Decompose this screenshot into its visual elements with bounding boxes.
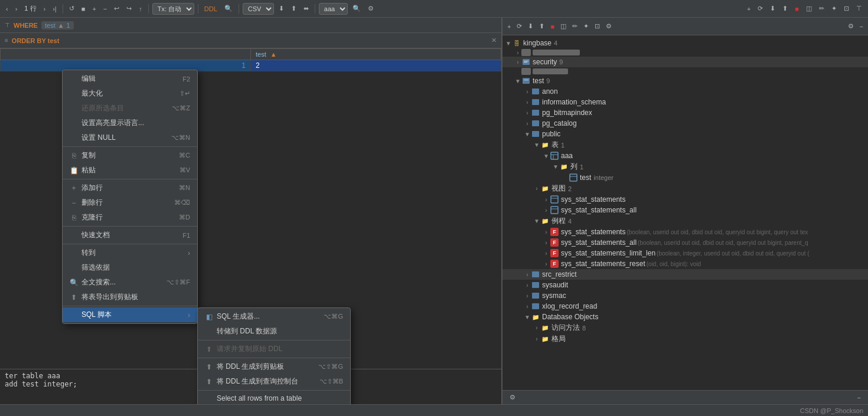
display-select[interactable]: aaa bbox=[319, 3, 348, 15]
refresh-btn[interactable]: ↺ bbox=[67, 4, 77, 14]
tree-node-view1[interactable]: › sys_stat_statements bbox=[502, 194, 868, 205]
tree-node-geju[interactable]: › 📁 格局 bbox=[502, 333, 868, 345]
tree-box-btn[interactable]: ⊡ bbox=[592, 21, 602, 31]
sub-gen-console[interactable]: ⬆ 将 DDL 生成到查询控制台 ⌥⇧⌘B bbox=[198, 374, 350, 389]
search-btn[interactable]: 🔍 bbox=[222, 4, 235, 14]
tree-bottom-settings[interactable]: ⚙ bbox=[507, 392, 518, 402]
tree-refresh-btn[interactable]: ⟳ bbox=[514, 21, 524, 31]
zoom-btn[interactable]: 🔍 bbox=[350, 4, 363, 14]
undo-btn[interactable]: ↩ bbox=[112, 4, 122, 14]
sub-gen-clipboard[interactable]: ⬆ 将 DDL 生成到剪贴板 ⌥⇧⌘G bbox=[198, 359, 350, 374]
add2-btn[interactable]: + bbox=[745, 4, 753, 14]
tree-up-btn[interactable]: ⬆ bbox=[537, 21, 547, 31]
tree-node-public[interactable]: ▼ public bbox=[502, 129, 868, 139]
where-chip[interactable]: test ▲ 1 bbox=[41, 21, 74, 30]
tree-container[interactable]: ▼ 🗄 kingbase 4 › › security 9 bbox=[502, 35, 868, 390]
tree-node-cols[interactable]: ▼ 📁 列 1 bbox=[502, 161, 868, 172]
tree-node-views[interactable]: › 📁 视图 2 bbox=[502, 183, 868, 194]
tree-node-aaa[interactable]: ▼ aaa bbox=[502, 150, 868, 161]
submit-btn[interactable]: ↑ bbox=[136, 4, 145, 14]
redo-btn[interactable]: ↪ bbox=[124, 4, 134, 14]
ddl-btn[interactable]: DDL bbox=[202, 4, 220, 14]
tree-node-kingbase[interactable]: ▼ 🗄 kingbase 4 bbox=[502, 38, 868, 48]
tree-link-btn[interactable]: ✦ bbox=[581, 21, 591, 31]
tree-node-pg-catalog[interactable]: › pg_catalog bbox=[502, 118, 868, 129]
menu-paste[interactable]: 📋 粘贴 ⌘V bbox=[63, 163, 197, 178]
tree-node-sysmac[interactable]: › sysmac bbox=[502, 290, 868, 301]
tree-node-blurred1[interactable]: › bbox=[502, 48, 868, 57]
col-width-btn[interactable]: ⬌ bbox=[301, 4, 311, 14]
menu-full-search[interactable]: 🔍 全文搜索... ⌥⇧⌘F bbox=[63, 275, 197, 290]
box-btn[interactable]: ⊡ bbox=[841, 4, 851, 14]
menu-filter-by[interactable]: 筛选依据 bbox=[63, 260, 197, 275]
menu-export-clipboard[interactable]: ⬆ 将表导出到剪贴板 bbox=[63, 290, 197, 304]
tree-settings2-btn[interactable]: ⚙ bbox=[846, 21, 856, 31]
add-row-btn[interactable]: + bbox=[90, 4, 98, 14]
tree-node-src-restrict[interactable]: › src_restrict bbox=[502, 269, 868, 280]
tree-collapse-btn[interactable]: − bbox=[857, 22, 866, 31]
tree-node-anon[interactable]: › anon bbox=[502, 86, 868, 97]
tree-add-btn[interactable]: + bbox=[505, 22, 513, 31]
tree-node-tables[interactable]: ▼ 📁 表 1 bbox=[502, 139, 868, 150]
tree-node-xlog[interactable]: › xlog_record_read bbox=[502, 301, 868, 312]
grid2-btn[interactable]: ◫ bbox=[804, 4, 814, 14]
menu-edit[interactable]: 编辑 F2 bbox=[63, 71, 197, 86]
tree-node-information-schema[interactable]: › information_schema bbox=[502, 97, 868, 107]
tree-node-proc4[interactable]: › F sys_stat_statements_reset (oid, oid,… bbox=[502, 258, 868, 269]
filter-btn[interactable]: ⊤ bbox=[854, 4, 864, 14]
order-close-btn[interactable]: ✕ bbox=[491, 37, 497, 44]
tree-node-proc3[interactable]: › F sys_stat_statements_limit_len (boole… bbox=[502, 248, 868, 258]
nav-back-btn[interactable]: ‹ bbox=[4, 4, 11, 14]
tree-node-test[interactable]: ▼ test 9 bbox=[502, 76, 868, 86]
tree-node-sysaudit[interactable]: › sysaudit bbox=[502, 280, 868, 290]
refresh2-btn[interactable]: ⟳ bbox=[755, 4, 765, 14]
tree-stop-btn[interactable]: ■ bbox=[548, 22, 557, 31]
menu-del-row[interactable]: − 删除行 ⌘⌫ bbox=[63, 195, 197, 210]
tx-select[interactable]: Tx: 自动 bbox=[152, 3, 194, 15]
tree-settings-btn[interactable]: ⚙ bbox=[603, 21, 614, 31]
down2-btn[interactable]: ⬇ bbox=[768, 4, 778, 14]
tree-node-view2[interactable]: › sys_stat_statements_all bbox=[502, 205, 868, 215]
tree-node-test-col[interactable]: test integer bbox=[502, 172, 868, 183]
link-btn[interactable]: ✦ bbox=[829, 4, 839, 14]
sub-sql-generator[interactable]: ◧ SQL 生成器... ⌥⌘G bbox=[198, 309, 350, 324]
up2-btn[interactable]: ⬆ bbox=[780, 4, 790, 14]
tree-node-pg-bitmapindex[interactable]: › pg_bitmapindex bbox=[502, 107, 868, 118]
nav-forward-btn[interactable]: › bbox=[13, 4, 20, 14]
tree-node-proc1[interactable]: › F sys_stat_statements (boolean, userid… bbox=[502, 227, 868, 237]
tree-node-procs[interactable]: ▼ 📁 例程 4 bbox=[502, 215, 868, 227]
remove-row-btn[interactable]: − bbox=[101, 4, 109, 14]
menu-add-row[interactable]: + 添加行 ⌘N bbox=[63, 181, 197, 195]
menu-goto[interactable]: 转到 › bbox=[63, 245, 197, 260]
tree-grid-btn[interactable]: ◫ bbox=[558, 21, 569, 31]
menu-set-null[interactable]: 设置 NULL ⌥⌘N bbox=[63, 130, 197, 145]
col-test-header[interactable]: test ▲ bbox=[251, 49, 501, 60]
tree-node-security[interactable]: › security 9 bbox=[502, 57, 868, 67]
menu-maximize[interactable]: 最大化 ⇧↵ bbox=[63, 86, 197, 101]
nav-next-btn[interactable]: › bbox=[41, 4, 48, 14]
stop2-btn[interactable]: ■ bbox=[792, 4, 801, 14]
csv-select[interactable]: CSV bbox=[243, 3, 274, 15]
tree-node-access-methods[interactable]: › 📁 访问方法 8 bbox=[502, 322, 868, 333]
tree-node-blurred2[interactable] bbox=[502, 67, 868, 76]
settings-btn[interactable]: ⚙ bbox=[366, 4, 376, 14]
menu-sql-script[interactable]: SQL 脚本 › ◧ SQL 生成器... ⌥⌘G 转储到 DDL 数据源 bbox=[63, 307, 197, 322]
cell-test-1[interactable]: 2 bbox=[251, 60, 501, 71]
tree-down-btn[interactable]: ⬇ bbox=[526, 21, 536, 31]
tree-bottom-collapse[interactable]: − bbox=[855, 393, 863, 402]
export-up-btn[interactable]: ⬆ bbox=[289, 4, 299, 14]
menu-copy[interactable]: ⎘ 复制 ⌘C bbox=[63, 148, 197, 163]
tree-edit-btn[interactable]: ✏ bbox=[570, 21, 580, 31]
nav-last-btn[interactable]: ›| bbox=[50, 4, 59, 14]
stop-btn[interactable]: ■ bbox=[79, 4, 88, 14]
tree-node-db-objects[interactable]: ▼ 📁 Database Objects bbox=[502, 312, 868, 322]
sub-dump-ddl[interactable]: 转储到 DDL 数据源 bbox=[198, 324, 350, 339]
menu-clone-row[interactable]: ⎘ 克隆行 ⌘D bbox=[63, 210, 197, 225]
export-down-btn[interactable]: ⬇ bbox=[276, 4, 286, 14]
sub-select-all[interactable]: Select all rows from a table bbox=[198, 392, 350, 404]
menu-highlight-lang[interactable]: 设置高亮显示语言... bbox=[63, 116, 197, 130]
menu-quick-doc[interactable]: 快速文档 F1 bbox=[63, 228, 197, 243]
edit2-btn[interactable]: ✏ bbox=[817, 4, 827, 14]
sub-req-copy-ddl[interactable]: ⬆ 请求并复制原始 DDL bbox=[198, 342, 350, 356]
tree-node-proc2[interactable]: › F sys_stat_statements_all (boolean, us… bbox=[502, 237, 868, 248]
